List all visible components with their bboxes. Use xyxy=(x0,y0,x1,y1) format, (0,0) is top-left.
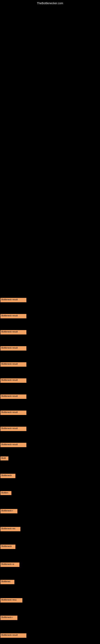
bottleneck-result-label: Bottleneck re xyxy=(0,562,19,567)
bottleneck-result-label: Bottleneck result xyxy=(0,394,26,399)
bottleneck-result-label: Bottleneck result xyxy=(0,330,26,334)
bottleneck-result-label: Bottleneck result xyxy=(0,410,26,415)
bottleneck-result-label: Bottleneck xyxy=(0,544,15,549)
bottleneck-result-label: Bottleneck xyxy=(0,474,15,478)
bottleneck-result-label: Bottl xyxy=(0,456,8,460)
bottleneck-result-label: Bottleneck result xyxy=(0,314,26,318)
bottleneck-result-label: Bottleneck r xyxy=(0,509,17,514)
bottleneck-result-label: Bottleneck result xyxy=(0,633,26,638)
bottleneck-result-label: Bottleneck r xyxy=(0,616,17,620)
bottleneck-result-label: Bottleneck result xyxy=(0,378,26,383)
bottleneck-result-label: Bottleneck result xyxy=(0,346,26,350)
bottleneck-result-label: Bottleneck resu xyxy=(0,598,22,602)
bottleneck-result-label: Bottleneck result xyxy=(0,427,26,431)
bottleneck-result-label: Bottleneck result xyxy=(0,298,26,302)
bottleneck-result-label: Bottlen xyxy=(0,491,11,495)
bottleneck-result-label: Bottleneck res xyxy=(0,527,20,531)
bottleneck-result-label: Bottlenec xyxy=(0,580,14,584)
site-title: TheBottlenecker.com xyxy=(37,2,63,5)
bottleneck-result-label: Bottleneck result xyxy=(0,443,26,447)
bottleneck-result-label: Bottleneck result xyxy=(0,362,26,367)
